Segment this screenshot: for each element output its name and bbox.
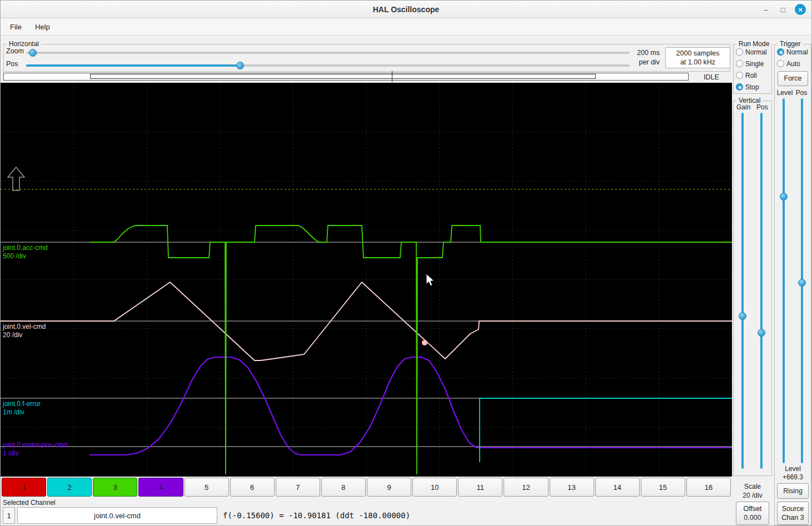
trigger-pos-slider-handle[interactable] — [798, 279, 806, 287]
trigger-level-slider-track — [783, 98, 785, 463]
gain-slider[interactable] — [739, 113, 746, 469]
channel-button-2[interactable]: 2 — [47, 478, 92, 497]
radio-label: Normal — [786, 48, 808, 56]
capture-window — [90, 74, 596, 79]
runmode-option-stop[interactable]: Stop — [734, 81, 771, 93]
trigger-level-slider-handle[interactable] — [780, 193, 788, 201]
zoom-slider[interactable] — [26, 49, 630, 57]
vertical-pos-slider-label: Pos — [756, 103, 768, 111]
scope-channel-label-1: joint.0.acc-cmd500 /div — [3, 244, 48, 261]
channel-button-3[interactable]: 3 — [93, 478, 137, 497]
window-controls: – □ × — [760, 1, 806, 18]
gain-slider-track — [741, 113, 744, 469]
vertical-frame: Vertical Gain Pos — [733, 101, 772, 476]
pos-slider-fill — [26, 64, 240, 67]
channel-button-12[interactable]: 12 — [504, 478, 548, 497]
channel-button-15[interactable]: 15 — [641, 478, 685, 497]
capture-center-tick — [392, 71, 392, 82]
radio-label: Auto — [786, 60, 800, 68]
scope-channel-label-4: joint.0.motor-pos-cmd1 /div — [3, 441, 67, 458]
horizontal-frame-label: Horizontal — [7, 40, 41, 48]
run-mode-frame: Run Mode NormalSingleRollStop — [733, 44, 772, 94]
samples-info-box: 2000 samples at 1.00 kHz — [665, 47, 730, 68]
channel-button-7[interactable]: 7 — [276, 478, 320, 497]
scale-readout: Scale 20 /div — [733, 483, 772, 500]
trigger-source-button[interactable]: Source Chan 3 — [777, 502, 809, 525]
radio-icon — [777, 60, 784, 67]
radio-label: Stop — [745, 83, 759, 91]
selected-sample-marker — [422, 340, 427, 345]
trigger-level-slider-label: Level — [776, 89, 794, 97]
menu-help[interactable]: Help — [29, 20, 56, 34]
selected-channel-number: 1 — [3, 507, 15, 524]
selected-channel-name[interactable]: joint.0.vel-cmd — [17, 507, 217, 524]
trigger-source-line1: Source — [782, 504, 804, 513]
horizontal-frame: Horizontal Zoom Pos — [3, 44, 730, 72]
scope-display[interactable]: joint.0.acc-cmd500 /divjoint.0.vel-cmd20… — [1, 83, 732, 477]
radio-icon — [736, 60, 743, 67]
mouse-cursor-icon — [426, 274, 434, 286]
trigger-frame: Trigger NormalAuto Force Level Pos Level… — [774, 44, 811, 525]
scope-channel-label-3: joint.0.f-error1m /div — [3, 400, 41, 417]
radio-icon — [736, 83, 743, 91]
menubar: File Help — [1, 18, 811, 36]
channel-button-row: 12345678910111213141516 — [1, 477, 732, 498]
force-button[interactable]: Force — [778, 71, 808, 86]
trigger-level-readout-label: Level — [775, 465, 811, 474]
channel-button-4[interactable]: 4 — [138, 478, 183, 497]
runmode-option-single[interactable]: Single — [734, 58, 771, 69]
scope-channel-label-2: joint.0.vel-cmd20 /div — [3, 323, 46, 339]
gain-slider-label: Gain — [736, 103, 750, 111]
channel-button-6[interactable]: 6 — [230, 478, 275, 497]
radio-label: Normal — [745, 48, 767, 56]
channel-button-13[interactable]: 13 — [550, 478, 594, 497]
sample-readout: f(-0.15600) = -10.90181 (ddt -180.00000) — [223, 511, 410, 520]
channel-button-11[interactable]: 11 — [458, 478, 502, 497]
status-badge: IDLE — [692, 73, 731, 81]
trigger-pos-slider-label: Pos — [794, 89, 809, 97]
pos-label: Pos — [6, 60, 18, 68]
minimize-icon[interactable]: – — [760, 4, 771, 15]
channel-button-16[interactable]: 16 — [686, 478, 731, 497]
run-mode-radios: NormalSingleRollStop — [734, 46, 771, 93]
trigger-pos-slider[interactable] — [798, 98, 806, 463]
maximize-icon[interactable]: □ — [778, 4, 789, 15]
offset-button[interactable]: Offset 0.000 — [736, 502, 769, 525]
channel-button-1[interactable]: 1 — [2, 478, 46, 497]
trigger-option-auto[interactable]: Auto — [775, 58, 811, 69]
runmode-option-normal[interactable]: Normal — [734, 46, 771, 58]
offset-label: Offset — [743, 504, 761, 513]
channel-button-5[interactable]: 5 — [185, 478, 229, 497]
menu-file[interactable]: File — [4, 20, 28, 34]
radio-icon — [736, 48, 743, 56]
offset-value: 0.000 — [744, 513, 761, 522]
app-window: HAL Oscilloscope – □ × File Help Horizon… — [0, 0, 812, 526]
trigger-level-readout-value: +669.3 — [775, 473, 811, 482]
capture-position-bar[interactable] — [3, 73, 689, 81]
vertical-pos-slider-handle[interactable] — [758, 329, 765, 337]
radio-icon — [777, 48, 784, 56]
selected-channel-caption: Selected Channel — [3, 499, 56, 507]
samples-rate: at 1.00 kHz — [680, 58, 715, 67]
channel-button-9[interactable]: 9 — [367, 478, 411, 497]
gain-slider-handle[interactable] — [739, 312, 746, 320]
sample-rate-value: 200 ms — [627, 49, 660, 57]
channel-button-10[interactable]: 10 — [412, 478, 457, 497]
titlebar: HAL Oscilloscope – □ × — [1, 1, 811, 18]
channel-button-14[interactable]: 14 — [595, 478, 640, 497]
scope-plot — [1, 83, 732, 477]
runmode-option-roll[interactable]: Roll — [734, 69, 771, 81]
trace-joint.0.f-error — [480, 398, 732, 462]
zoom-slider-handle[interactable] — [29, 49, 37, 57]
vertical-pos-slider[interactable] — [758, 113, 765, 469]
trigger-edge-button[interactable]: Rising — [777, 483, 809, 499]
radio-label: Single — [745, 60, 764, 68]
trigger-level-slider[interactable] — [780, 98, 788, 463]
pos-slider-handle[interactable] — [236, 62, 244, 69]
channel-button-8[interactable]: 8 — [321, 478, 366, 497]
trace-joint.0.acc-cmd — [89, 226, 732, 474]
trigger-source-line2: Chan 3 — [781, 513, 804, 522]
trigger-option-normal[interactable]: Normal — [775, 46, 811, 58]
close-icon[interactable]: × — [795, 4, 806, 15]
pos-slider[interactable] — [26, 62, 630, 69]
